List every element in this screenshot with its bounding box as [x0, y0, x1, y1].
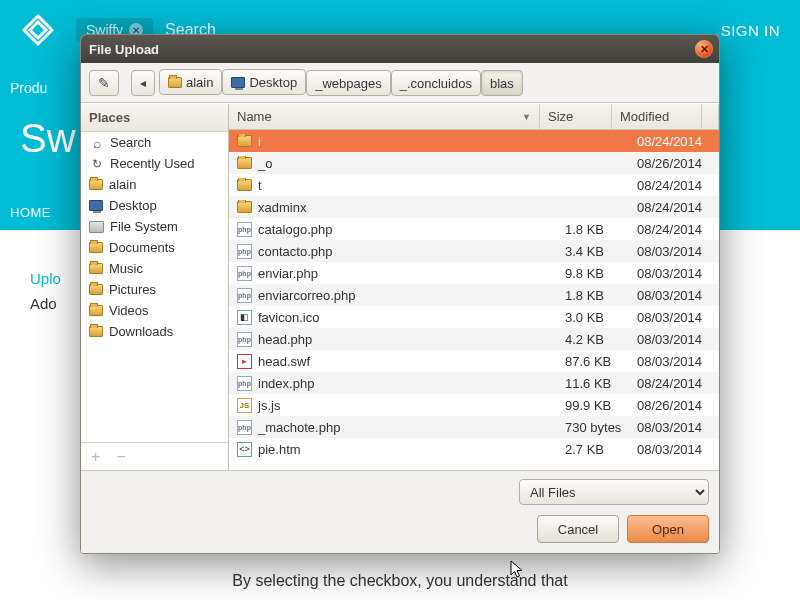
file-list[interactable]: i08/24/2014_o08/26/2014t08/24/2014xadmin…: [229, 130, 719, 470]
places-header: Places: [81, 104, 228, 132]
file-list-header[interactable]: Name▼ Size Modified: [229, 104, 719, 130]
file-modified: 08/03/2014: [629, 310, 719, 325]
file-name: t: [258, 178, 262, 193]
sign-in-link[interactable]: SIGN IN: [721, 22, 780, 39]
file-modified: 08/24/2014: [629, 178, 719, 193]
file-name: xadminx: [258, 200, 306, 215]
file-size: 730 bytes: [557, 420, 629, 435]
close-icon[interactable]: ✕: [695, 40, 713, 58]
file-row[interactable]: phphead.php4.2 KB08/03/2014: [229, 328, 719, 350]
file-row[interactable]: t08/24/2014: [229, 174, 719, 196]
path-segment-label: alain: [186, 75, 213, 90]
column-name[interactable]: Name▼: [229, 104, 540, 129]
add-bookmark-button[interactable]: +: [91, 448, 100, 466]
path-segment[interactable]: _.concluidos: [391, 70, 481, 96]
edit-path-button[interactable]: [89, 70, 119, 96]
places-item-label: Pictures: [109, 282, 156, 297]
column-modified[interactable]: Modified: [612, 104, 702, 129]
php-file-icon: php: [237, 332, 252, 347]
desktop-icon: [231, 77, 245, 88]
file-row[interactable]: <>pie.htm2.7 KB08/03/2014: [229, 438, 719, 460]
file-size: 4.2 KB: [557, 332, 629, 347]
remove-bookmark-button[interactable]: −: [116, 448, 125, 466]
file-modified: 08/26/2014: [629, 156, 719, 171]
path-segment-label: _.concluidos: [400, 76, 472, 91]
file-size: 3.0 KB: [557, 310, 629, 325]
file-modified: 08/03/2014: [629, 266, 719, 281]
file-row[interactable]: phpcatalogo.php1.8 KB08/24/2014: [229, 218, 719, 240]
path-segment[interactable]: _webpages: [306, 70, 391, 96]
file-modified: 08/03/2014: [629, 244, 719, 259]
file-row[interactable]: _o08/26/2014: [229, 152, 719, 174]
places-item[interactable]: Recently Used: [81, 153, 228, 174]
file-name: _o: [258, 156, 272, 171]
open-button[interactable]: Open: [627, 515, 709, 543]
places-item-label: Documents: [109, 240, 175, 255]
file-size: 1.8 KB: [557, 222, 629, 237]
places-item[interactable]: Downloads: [81, 321, 228, 342]
file-size: 99.9 KB: [557, 398, 629, 413]
places-item[interactable]: Pictures: [81, 279, 228, 300]
file-modified: 08/03/2014: [629, 442, 719, 457]
file-row[interactable]: phpenviar.php9.8 KB08/03/2014: [229, 262, 719, 284]
column-size[interactable]: Size: [540, 104, 612, 129]
filter-select[interactable]: All Files: [519, 479, 709, 505]
path-segment[interactable]: alain: [159, 69, 222, 95]
file-type-filter[interactable]: All Files: [519, 479, 709, 505]
file-size: 9.8 KB: [557, 266, 629, 281]
file-row[interactable]: phpindex.php11.6 KB08/24/2014: [229, 372, 719, 394]
php-file-icon: php: [237, 244, 252, 259]
search-icon: [89, 136, 104, 150]
places-item[interactable]: Search: [81, 132, 228, 153]
places-item[interactable]: Desktop: [81, 195, 228, 216]
path-segment-label: Desktop: [249, 75, 297, 90]
places-item-label: Videos: [109, 303, 149, 318]
places-item[interactable]: Videos: [81, 300, 228, 321]
file-row[interactable]: ▸head.swf87.6 KB08/03/2014: [229, 350, 719, 372]
php-file-icon: php: [237, 376, 252, 391]
places-item-label: alain: [109, 177, 136, 192]
places-item[interactable]: File System: [81, 216, 228, 237]
breadcrumb-home[interactable]: HOME: [10, 205, 51, 220]
file-row[interactable]: php_machote.php730 bytes08/03/2014: [229, 416, 719, 438]
dialog-titlebar[interactable]: File Upload ✕: [81, 35, 719, 63]
file-row[interactable]: phpcontacto.php3.4 KB08/03/2014: [229, 240, 719, 262]
file-name: i: [258, 134, 261, 149]
path-back-button[interactable]: [131, 70, 155, 96]
places-sidebar: Places SearchRecently UsedalainDesktopFi…: [81, 104, 229, 470]
file-modified: 08/24/2014: [629, 222, 719, 237]
swf-file-icon: ▸: [237, 354, 252, 369]
places-item-label: Desktop: [109, 198, 157, 213]
file-row[interactable]: ◧favicon.ico3.0 KB08/03/2014: [229, 306, 719, 328]
file-row[interactable]: i08/24/2014: [229, 130, 719, 152]
folder-icon: [89, 263, 103, 274]
file-row[interactable]: xadminx08/24/2014: [229, 196, 719, 218]
file-modified: 08/24/2014: [629, 200, 719, 215]
cancel-button[interactable]: Cancel: [537, 515, 619, 543]
places-item[interactable]: Documents: [81, 237, 228, 258]
file-name: enviarcorreo.php: [258, 288, 356, 303]
path-segment[interactable]: Desktop: [222, 69, 306, 95]
folder-icon: [168, 77, 182, 88]
path-toolbar: alainDesktop_webpages_.concluidosblas: [81, 63, 719, 103]
file-name: index.php: [258, 376, 314, 391]
file-size: 2.7 KB: [557, 442, 629, 457]
file-name: js.js: [258, 398, 280, 413]
file-modified: 08/03/2014: [629, 420, 719, 435]
drive-icon: [89, 221, 104, 233]
php-file-icon: php: [237, 222, 252, 237]
path-segment-label: _webpages: [315, 76, 382, 91]
folder-icon: [237, 135, 252, 147]
folder-icon: [89, 242, 103, 253]
htm-file-icon: <>: [237, 442, 252, 457]
file-row[interactable]: JSjs.js99.9 KB08/26/2014: [229, 394, 719, 416]
path-segment[interactable]: blas: [481, 70, 523, 96]
file-name: catalogo.php: [258, 222, 332, 237]
places-item[interactable]: Music: [81, 258, 228, 279]
file-row[interactable]: phpenviarcorreo.php1.8 KB08/03/2014: [229, 284, 719, 306]
dialog-title: File Upload: [89, 42, 159, 57]
places-item-label: Recently Used: [110, 156, 195, 171]
php-file-icon: php: [237, 266, 252, 281]
file-name: _machote.php: [258, 420, 340, 435]
places-item[interactable]: alain: [81, 174, 228, 195]
